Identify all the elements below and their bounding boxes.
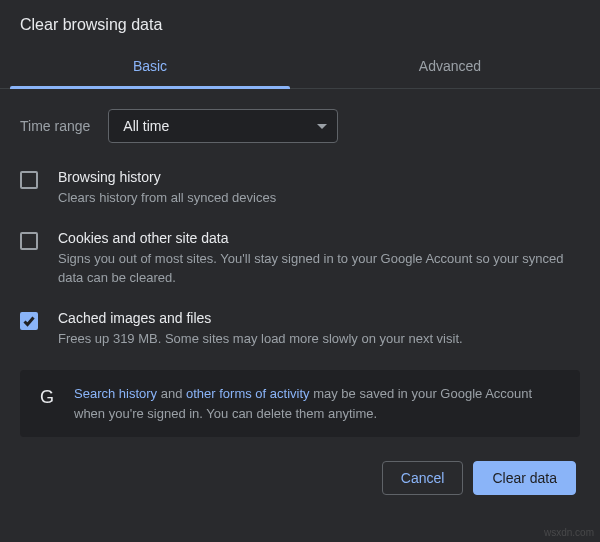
dialog-footer: Cancel Clear data bbox=[20, 461, 580, 509]
watermark: wsxdn.com bbox=[544, 527, 594, 538]
checkbox-cookies[interactable] bbox=[20, 232, 38, 250]
checkbox-cache[interactable] bbox=[20, 312, 38, 330]
option-cache: Cached images and files Frees up 319 MB.… bbox=[20, 310, 580, 349]
info-text: Search history and other forms of activi… bbox=[74, 384, 564, 423]
cancel-button[interactable]: Cancel bbox=[382, 461, 464, 495]
option-title: Cookies and other site data bbox=[58, 230, 580, 246]
option-text: Cookies and other site data Signs you ou… bbox=[58, 230, 580, 288]
tab-basic[interactable]: Basic bbox=[0, 44, 300, 88]
tabs: Basic Advanced bbox=[0, 44, 600, 89]
checkbox-browsing-history[interactable] bbox=[20, 171, 38, 189]
google-icon: G bbox=[36, 386, 58, 408]
option-title: Cached images and files bbox=[58, 310, 580, 326]
time-range-label: Time range bbox=[20, 118, 90, 134]
time-range-row: Time range All time bbox=[20, 109, 580, 143]
info-t1: and bbox=[157, 386, 186, 401]
option-desc: Signs you out of most sites. You'll stay… bbox=[58, 249, 580, 288]
other-activity-link[interactable]: other forms of activity bbox=[186, 386, 310, 401]
time-range-value: All time bbox=[123, 118, 169, 134]
option-title: Browsing history bbox=[58, 169, 580, 185]
option-desc: Clears history from all synced devices bbox=[58, 188, 580, 208]
dialog-title: Clear browsing data bbox=[20, 16, 580, 34]
option-text: Browsing history Clears history from all… bbox=[58, 169, 580, 208]
option-desc: Frees up 319 MB. Some sites may load mor… bbox=[58, 329, 580, 349]
caret-down-icon bbox=[317, 124, 327, 129]
clear-data-button[interactable]: Clear data bbox=[473, 461, 576, 495]
tab-advanced[interactable]: Advanced bbox=[300, 44, 600, 88]
time-range-select[interactable]: All time bbox=[108, 109, 338, 143]
option-text: Cached images and files Frees up 319 MB.… bbox=[58, 310, 580, 349]
google-account-info: G Search history and other forms of acti… bbox=[20, 370, 580, 437]
checkmark-icon bbox=[22, 314, 36, 328]
search-history-link[interactable]: Search history bbox=[74, 386, 157, 401]
clear-browsing-data-dialog: Clear browsing data Basic Advanced Time … bbox=[0, 0, 600, 509]
option-cookies: Cookies and other site data Signs you ou… bbox=[20, 230, 580, 288]
option-browsing-history: Browsing history Clears history from all… bbox=[20, 169, 580, 208]
